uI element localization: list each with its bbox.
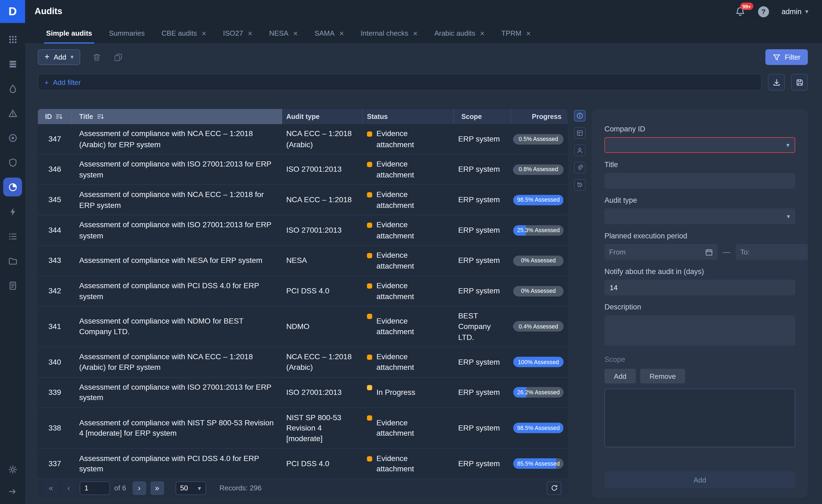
date-from-field[interactable] [604, 244, 718, 260]
status-label: Evidence attachment [376, 280, 422, 302]
tab-close-icon[interactable]: × [248, 29, 253, 37]
sidebar-item-tasks[interactable] [3, 227, 22, 245]
panel-tab-attachments[interactable] [574, 162, 585, 173]
add-button-label: Add [54, 53, 66, 61]
sidebar-item-alerts[interactable] [3, 104, 22, 122]
page-size-select[interactable]: 50 ▾ [175, 481, 206, 495]
table-row[interactable]: 339 Assessment of compliance with ISO 27… [38, 377, 568, 408]
prev-page-button[interactable]: ‹ [62, 481, 75, 495]
date-to-field[interactable] [735, 244, 808, 260]
column-header-id[interactable]: ID [38, 109, 72, 124]
sidebar-item-automation[interactable] [3, 202, 22, 221]
tab[interactable]: ISO27 × [215, 23, 261, 44]
table-row[interactable]: 338 Assessment of compliance with NIST S… [38, 408, 568, 449]
tab-close-icon[interactable]: × [413, 29, 418, 37]
sidebar-item-settings[interactable] [3, 460, 22, 479]
scope-add-button[interactable]: Add [604, 369, 636, 383]
cell-id: 340 [38, 347, 72, 377]
table-row[interactable]: 342 Assessment of compliance with PCI DS… [38, 276, 568, 306]
sidebar-collapse[interactable] [3, 482, 22, 501]
add-button[interactable]: + Add ▾ [38, 49, 81, 65]
download-icon [772, 78, 781, 87]
filter-button[interactable]: Filter [765, 49, 808, 65]
refresh-button[interactable] [547, 481, 561, 495]
audit-type-select[interactable]: ▾ [604, 208, 795, 224]
tab-close-icon[interactable]: × [293, 29, 298, 37]
panel-tab-history[interactable] [574, 179, 585, 190]
copy-button[interactable] [113, 52, 124, 62]
page-count-label: of 6 [114, 484, 126, 492]
tab[interactable]: SAMA × [306, 23, 352, 44]
panel-tab-form[interactable] [574, 127, 585, 139]
page-number-input[interactable] [80, 481, 110, 495]
period-label: Planned execution period [604, 232, 795, 240]
sidebar-item-data[interactable] [3, 54, 22, 73]
tab-label: Simple audits [46, 29, 92, 37]
filter-button-label: Filter [785, 53, 801, 61]
save-view-button[interactable] [791, 74, 808, 91]
tab-close-icon[interactable]: × [339, 29, 344, 37]
table-row[interactable]: 345 Assessment of compliance with NCA EC… [38, 185, 568, 215]
user-menu[interactable]: admin ▾ [781, 7, 808, 16]
date-to-input[interactable] [740, 248, 808, 256]
sidebar-item-compliance[interactable] [3, 128, 22, 147]
first-page-button[interactable]: « [44, 481, 58, 495]
sidebar-item-audits[interactable] [3, 177, 22, 196]
sidebar-item-files[interactable] [3, 251, 22, 270]
date-from-input[interactable] [609, 248, 702, 256]
cell-audit-type: NCA ECC – 1:2018 (Arabic) [282, 347, 363, 377]
table-row[interactable]: 337 Assessment of compliance with PCI DS… [38, 449, 568, 479]
company-id-select[interactable]: ▾ [604, 137, 795, 153]
cell-title: Assessment of compliance with PCI DSS 4.… [72, 276, 282, 306]
description-field[interactable] [604, 315, 795, 346]
column-header-label: Title [79, 113, 93, 121]
column-header-scope[interactable]: Scope [454, 109, 511, 124]
sidebar-item-risks[interactable] [3, 79, 22, 98]
panel-tab-assignees[interactable] [574, 145, 585, 156]
sidebar-item-reports[interactable] [3, 276, 22, 295]
delete-button[interactable] [92, 52, 102, 62]
table-row[interactable]: 347 Assessment of compliance with NCA EC… [38, 124, 568, 155]
tab[interactable]: NESA × [261, 23, 306, 44]
sidebar-item-apps[interactable] [3, 30, 22, 49]
tab[interactable]: Summaries × [100, 23, 153, 44]
tab-close-icon[interactable]: × [526, 29, 531, 37]
apps-grid-icon [8, 34, 18, 44]
notifications-button[interactable]: 99+ [735, 6, 745, 17]
last-page-button[interactable]: » [150, 481, 164, 495]
tab[interactable]: TPRM × [493, 23, 539, 44]
sidebar-item-security[interactable] [3, 153, 22, 172]
cell-id: 342 [38, 276, 72, 306]
column-header-title[interactable]: Title [72, 109, 282, 124]
table-row[interactable]: 346 Assessment of compliance with ISO 27… [38, 155, 568, 185]
column-header-status[interactable]: Status [363, 109, 454, 124]
scope-list-box[interactable] [604, 389, 795, 447]
notification-badge: 99+ [740, 3, 753, 10]
tab[interactable]: Simple audits × [38, 23, 101, 44]
help-button[interactable]: ? [758, 6, 769, 17]
cell-audit-type: PCI DSS 4.0 [282, 449, 363, 479]
table-row[interactable]: 340 Assessment of compliance with NCA EC… [38, 347, 568, 378]
tab-close-icon[interactable]: × [480, 29, 484, 37]
status-label: Evidence attachment [376, 189, 422, 210]
tab[interactable]: Arabic audits × [426, 23, 493, 44]
tab[interactable]: CBE audits × [153, 23, 215, 44]
table-row[interactable]: 344 Assessment of compliance with ISO 27… [38, 215, 568, 246]
detail-panel: Company ID ▾ Title Audit type ▾ Planned … [592, 109, 808, 497]
add-filter-bar[interactable]: + Add filter [38, 74, 762, 91]
app-logo[interactable]: D [0, 0, 25, 23]
submit-add-button[interactable]: Add [604, 471, 795, 488]
tab[interactable]: Internal checks × [352, 23, 426, 44]
tab-close-icon[interactable]: × [201, 29, 206, 37]
title-field[interactable] [604, 173, 795, 189]
column-header-progress[interactable]: Progress [511, 109, 568, 124]
scope-remove-button[interactable]: Remove [640, 369, 685, 383]
next-page-button[interactable]: › [132, 481, 146, 495]
notify-days-input[interactable] [604, 280, 795, 296]
column-header-audit-type[interactable]: Audit type [282, 109, 363, 124]
cell-status: Evidence attachment [363, 185, 454, 215]
table-row[interactable]: 341 Assessment of compliance with NDMO f… [38, 306, 568, 347]
export-button[interactable] [768, 74, 785, 91]
panel-tab-info[interactable] [574, 110, 585, 121]
table-row[interactable]: 343 Assessment of compliance with NESA f… [38, 246, 568, 276]
